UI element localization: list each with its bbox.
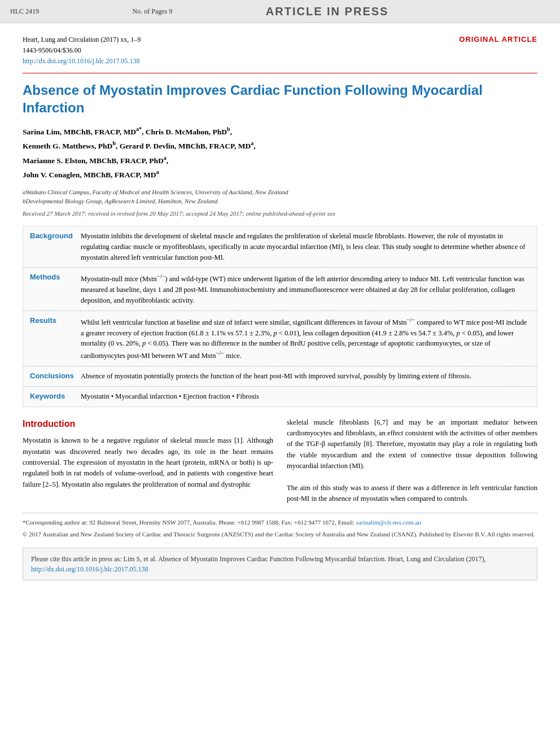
received-line: Received 27 March 2017; received in revi…: [23, 209, 537, 218]
journal-meta: Heart, Lung and Circulation (2017) xx, 1…: [23, 34, 141, 67]
author1-sup: a*: [136, 126, 142, 132]
abstract-label-methods: Methods: [30, 272, 81, 305]
introduction-text-left: Myostatin is known to be a negative regu…: [23, 435, 273, 490]
author4-name: Gerard P. Devlin, MBChB, FRACP, MD: [120, 142, 251, 150]
affiliation-b: bDevelopmental Biology Group, AgResearch…: [23, 196, 537, 206]
author6-sup: a: [156, 169, 159, 175]
author1-name: Sarina Lim, MBChB, FRACP, MD: [23, 127, 136, 136]
introduction-text-right-p1: skeletal muscle fibroblasts [6,7] and ma…: [287, 417, 537, 472]
affiliations-block: aWaikato Clinical Campus, Faculty of Med…: [23, 187, 537, 206]
abstract-label-conclusions: Conclusions: [30, 371, 81, 382]
affiliation-a: aWaikato Clinical Campus, Faculty of Med…: [23, 187, 537, 197]
abstract-label-background: Background: [30, 231, 81, 263]
introduction-heading: Introduction: [23, 417, 273, 431]
journal-info: Heart, Lung and Circulation (2017) xx, 1…: [23, 34, 537, 67]
introduction-text-right-p2: The aim of this study was to assess if t…: [287, 483, 537, 505]
header-bar: HLC 2419 No. of Pages 9 ARTICLE IN PRESS: [0, 0, 560, 23]
authors-block: Sarina Lim, MBChB, FRACP, MDa*, Chris D.…: [23, 124, 537, 182]
abstract-row-keywords: Keywords Myostatin • Myocardial infarcti…: [23, 387, 537, 407]
page: HLC 2419 No. of Pages 9 ARTICLE IN PRESS…: [0, 0, 560, 747]
abstract-text-background: Myostatin inhibits the development of sk…: [81, 231, 530, 263]
hlc-number: HLC 2419: [10, 7, 39, 16]
author3-name: Kenneth G. Matthews, PhD: [23, 142, 112, 150]
abstract-text-conclusions: Absence of myostatin potentially protect…: [81, 371, 471, 382]
author5-name: Marianne S. Elston, MBChB, FRACP, PhD: [23, 156, 164, 164]
pages-label: No. of Pages 9: [133, 7, 173, 16]
citation-text: Please cite this article in press as: Li…: [31, 555, 485, 563]
corresponding-author: *Corresponding author at: 92 Balmoral St…: [23, 518, 537, 528]
abstract-row-conclusions: Conclusions Absence of myostatin potenti…: [23, 366, 537, 387]
abstract-box: Background Myostatin inhibits the develo…: [23, 226, 537, 407]
abstract-row-methods: Methods Myostatin-null mice (Mstn−/−) an…: [23, 268, 537, 311]
author2-name: Chris D. McMahon, PhD: [146, 127, 227, 136]
abstract-row-background: Background Myostatin inhibits the develo…: [23, 226, 537, 268]
author2-sup: b: [227, 126, 230, 132]
abstract-row-results: Results Whilst left ventricular function…: [23, 311, 537, 366]
author4-sup: a: [251, 140, 253, 146]
main-title: Absence of Myostatin Improves Cardiac Fu…: [23, 81, 537, 116]
introduction-col-right: skeletal muscle fibroblasts [6,7] and ma…: [287, 417, 537, 505]
citation-doi-link[interactable]: http://dx.doi.org/10.1016/j.hlc.2017.05.…: [31, 565, 148, 573]
abstract-text-keywords: Myostatin • Myocardial infarction • Ejec…: [81, 391, 259, 402]
author3-sup: b: [112, 140, 116, 146]
red-divider: [23, 73, 537, 73]
abstract-text-methods: Myostatin-null mice (Mstn−/−) and wild-t…: [81, 272, 530, 305]
article-in-press-label: ARTICLE IN PRESS: [266, 3, 389, 19]
doi-link[interactable]: http://dx.doi.org/10.1016/j.hlc.2017.05.…: [23, 57, 139, 65]
journal-name: Heart, Lung and Circulation (2017) xx, 1…: [23, 34, 141, 45]
corresponding-email-link[interactable]: sarinalim@cli-nes.com.au: [356, 519, 421, 526]
author5-sup: a: [164, 155, 167, 161]
copyright-notice: © 2017 Australian and New Zealand Societ…: [23, 530, 537, 540]
main-content: Heart, Lung and Circulation (2017) xx, 1…: [0, 23, 560, 592]
abstract-label-results: Results: [30, 316, 81, 361]
journal-issn: 1443-9506/04/$36.00: [23, 45, 141, 56]
introduction-col-left: Introduction Myostatin is known to be a …: [23, 417, 273, 505]
citation-box: Please cite this article in press as: Li…: [23, 548, 537, 580]
author6-name: John V. Conaglen, MBChB, FRACP, MD: [23, 171, 156, 179]
abstract-label-keywords: Keywords: [30, 391, 81, 402]
footer-notes: *Corresponding author at: 92 Balmoral St…: [23, 513, 537, 540]
original-article-label: ORIGINAL ARTICLE: [459, 34, 537, 45]
abstract-text-results: Whilst left ventricular function at base…: [81, 316, 530, 361]
introduction-section: Introduction Myostatin is known to be a …: [23, 417, 537, 505]
